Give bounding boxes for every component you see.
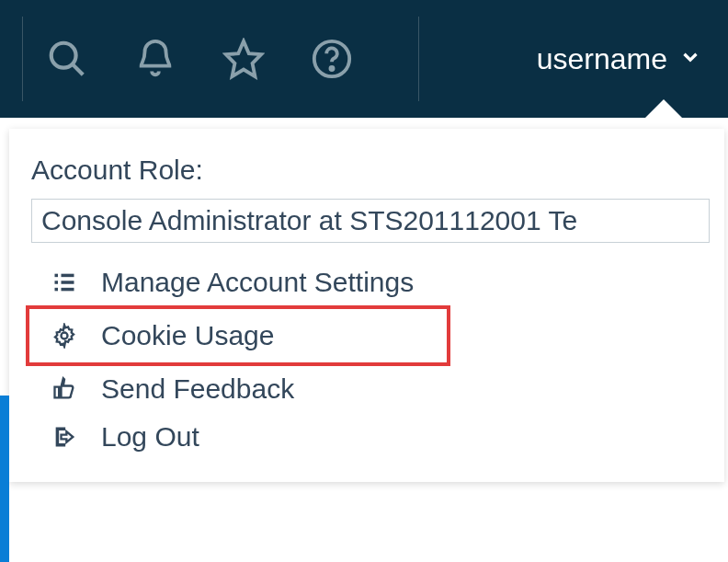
user-dropdown: Account Role: Console Administrator at S… [9,129,724,482]
side-accent [0,396,9,562]
svg-marker-2 [226,41,261,76]
menu-item-label: Cookie Usage [101,320,274,351]
star-icon[interactable] [222,38,265,80]
menu-item-label: Log Out [101,421,199,453]
bell-icon[interactable] [134,38,176,80]
svg-line-1 [73,64,83,75]
account-role-label: Account Role: [9,155,724,199]
svg-rect-9 [55,288,59,292]
svg-point-11 [62,333,68,339]
app-header: username [0,0,728,118]
menu-item-label: Send Feedback [101,373,294,405]
menu-send-feedback[interactable]: Send Feedback [9,366,724,412]
svg-rect-8 [62,281,74,284]
menu-cookie-usage[interactable]: Cookie Usage [28,307,449,364]
divider [418,17,419,101]
svg-point-4 [330,67,333,70]
help-icon[interactable] [311,38,353,80]
divider [22,17,23,101]
chevron-down-icon [678,42,702,76]
header-icons [0,0,353,118]
menu-log-out[interactable]: Log Out [9,414,724,460]
logout-icon [50,424,79,450]
menu-manage-account-settings[interactable]: Manage Account Settings [9,259,724,305]
thumbs-up-icon [50,376,79,402]
list-icon [50,270,79,295]
gear-icon [50,323,79,349]
svg-rect-5 [55,274,59,278]
search-icon[interactable] [46,38,88,80]
svg-rect-6 [62,274,74,278]
username-label: username [537,42,667,76]
menu-item-label: Manage Account Settings [101,267,414,298]
account-role-field[interactable]: Console Administrator at STS201112001 Te [31,199,710,243]
svg-point-0 [51,43,76,68]
svg-rect-10 [62,288,74,292]
dropdown-caret [645,99,682,118]
svg-rect-7 [55,281,59,284]
